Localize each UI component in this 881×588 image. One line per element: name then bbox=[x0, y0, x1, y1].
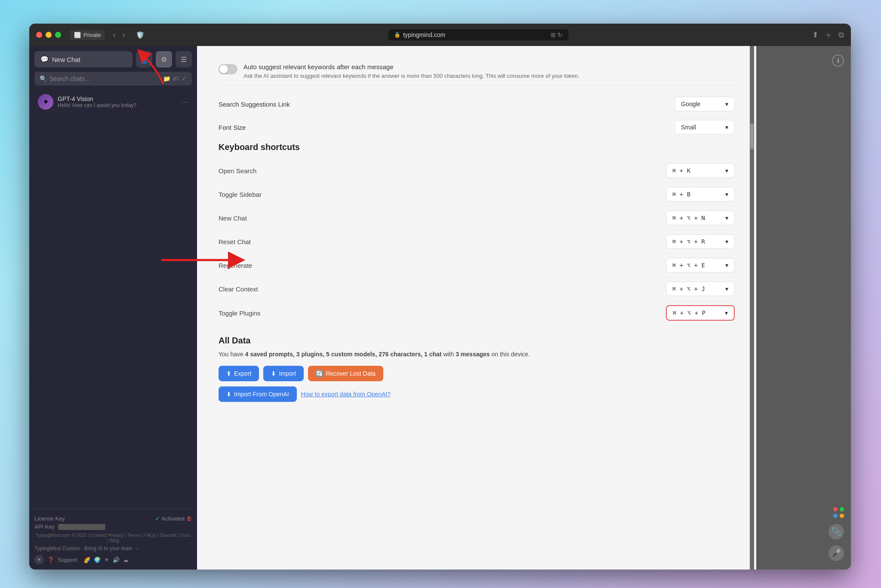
api-label: API Key bbox=[34, 524, 55, 530]
chevron-icon-7: ▾ bbox=[725, 309, 728, 316]
sound-icon: 🔊 bbox=[113, 557, 120, 563]
chevron-icon: ▾ bbox=[725, 167, 728, 174]
license-label: License Key bbox=[34, 515, 65, 522]
minimize-button[interactable] bbox=[46, 32, 52, 38]
dot-red bbox=[833, 507, 838, 511]
close-button[interactable] bbox=[36, 32, 42, 38]
search-suggestions-label: Search Suggestions Link bbox=[219, 101, 290, 108]
shortcut-select-open-search[interactable]: ⌘ + K ▾ bbox=[666, 163, 735, 178]
toggle-knob bbox=[219, 65, 228, 74]
data-messages: 3 messages bbox=[456, 351, 490, 358]
right-bottom-icons: 📎 🎤 bbox=[829, 507, 844, 561]
shortcut-key-reset-chat: ⌘ + ⌥ + R bbox=[672, 238, 705, 245]
openai-icon: ⬇ bbox=[226, 391, 231, 398]
share-icon[interactable]: ⬆ bbox=[812, 30, 819, 40]
browser-tab[interactable]: ⬜ Private bbox=[70, 30, 105, 40]
license-row: License Key ✓ Activated 🗑 bbox=[34, 514, 192, 524]
recover-button[interactable]: 🔄 Recover Lost Data bbox=[308, 366, 383, 381]
new-tab-icon[interactable]: ＋ bbox=[825, 30, 832, 40]
support-label: Support bbox=[58, 557, 77, 563]
font-size-value: Small bbox=[681, 124, 696, 131]
export-label: Export bbox=[234, 370, 251, 377]
cloud-icon: ☁ bbox=[123, 557, 129, 563]
scrollbar-thumb[interactable] bbox=[750, 123, 754, 149]
import-icon: ⬇ bbox=[271, 370, 276, 377]
address-bar-container: 🔒 typingmind.com ⊞ ↻ bbox=[150, 29, 807, 40]
back-button[interactable]: ‹ bbox=[110, 30, 118, 40]
shortcut-toggle-plugins: Toggle Plugins ⌘ + ⌥ + P ▾ bbox=[219, 301, 735, 325]
address-bar[interactable]: 🔒 typingmind.com ⊞ ↻ bbox=[388, 29, 569, 40]
right-panel: ℹ 📎 🎤 bbox=[756, 46, 851, 570]
app-grid-icon[interactable] bbox=[833, 507, 844, 518]
delete-icon[interactable]: 🗑 bbox=[186, 515, 192, 522]
all-data-section: All Data You have 4 saved prompts, 3 plu… bbox=[219, 336, 735, 402]
font-size-select[interactable]: Small ▾ bbox=[675, 120, 735, 135]
chat-icon: 💬 bbox=[40, 55, 49, 63]
footer-text: TypingMind.com © 2023 | Contact Privacy … bbox=[36, 533, 191, 543]
shortcut-label-toggle-sidebar: Toggle Sidebar bbox=[219, 191, 262, 198]
flag2-icon: 🌍 bbox=[94, 557, 101, 563]
chevron-icon-5: ▾ bbox=[725, 262, 728, 269]
chevron-down-icon: ▾ bbox=[725, 101, 728, 107]
browser-window: ⬜ Private ‹ › 🛡️ 🔒 typingmind.com ⊞ ↻ ⬆ … bbox=[29, 24, 851, 570]
keyboard-shortcuts-section: Keyboard shortcuts Open Search ⌘ + K ▾ T… bbox=[219, 142, 735, 325]
lock-icon: 🔒 bbox=[394, 32, 400, 38]
tab-icon: ⬜ bbox=[74, 32, 81, 38]
all-data-title: All Data bbox=[219, 336, 735, 346]
voice-button[interactable]: 🎤 bbox=[829, 545, 844, 561]
shortcut-select-toggle-sidebar[interactable]: ⌘ + B ▾ bbox=[666, 187, 735, 202]
maximize-button[interactable] bbox=[55, 32, 61, 38]
search-suggestions-select[interactable]: Google ▾ bbox=[675, 97, 735, 111]
shortcut-select-regenerate[interactable]: ⌘ + ⌥ + E ▾ bbox=[666, 258, 735, 273]
sidebar-bottom: License Key ✓ Activated 🗑 API Key Typing… bbox=[34, 509, 192, 564]
chat-item[interactable]: ✦ GPT-4 Vision Hello! How can I assist y… bbox=[34, 90, 192, 114]
new-chat-button[interactable]: 💬 New Chat bbox=[34, 51, 132, 67]
flag-icon: 🌈 bbox=[83, 557, 90, 563]
shortcut-toggle-sidebar: Toggle Sidebar ⌘ + B ▾ bbox=[219, 183, 735, 206]
font-size-label: Font Size bbox=[219, 124, 246, 131]
auto-suggest-title: Auto suggest relevant keywords after eac… bbox=[243, 63, 579, 70]
import-openai-button[interactable]: ⬇ Import From OpenAI bbox=[219, 386, 297, 402]
data-description: You have 4 saved prompts, 3 plugins, 5 c… bbox=[219, 350, 735, 359]
shortcut-label-toggle-plugins: Toggle Plugins bbox=[219, 309, 261, 317]
chat-preview: Hello! How can I assist you today? bbox=[58, 102, 176, 108]
collapse-button[interactable]: ▼ bbox=[34, 555, 44, 564]
tab-area: ⬜ Private ‹ › bbox=[70, 30, 127, 40]
main-area: 💬 New Chat 👤 ⚙ ☰ 🔍 Search chats... 📁 bbox=[29, 46, 851, 570]
info-button[interactable]: ℹ bbox=[832, 55, 844, 67]
annotation-arrow-1 bbox=[129, 45, 185, 88]
api-key-masked bbox=[58, 524, 105, 530]
export-button[interactable]: ⬆ Export bbox=[219, 366, 259, 381]
title-bar: ⬜ Private ‹ › 🛡️ 🔒 typingmind.com ⊞ ↻ ⬆ … bbox=[29, 24, 851, 46]
import-button[interactable]: ⬇ Import bbox=[263, 366, 304, 381]
dot-blue bbox=[833, 514, 838, 518]
shortcut-select-new-chat[interactable]: ⌘ + ⌥ + N ▾ bbox=[666, 211, 735, 225]
scrollbar-track bbox=[750, 46, 754, 570]
shortcut-key-toggle-plugins: ⌘ + ⌥ + P bbox=[673, 309, 705, 316]
attach-button[interactable]: 📎 bbox=[829, 524, 844, 539]
annotation-arrow-2 bbox=[157, 243, 260, 277]
traffic-lights bbox=[36, 32, 61, 38]
settings-panel: Auto suggest relevant keywords after eac… bbox=[197, 46, 756, 570]
data-action-buttons: ⬆ Export ⬇ Import 🔄 Recover Lost Data bbox=[219, 366, 735, 381]
toolbar-right: ⬆ ＋ ⧉ bbox=[812, 30, 844, 40]
shortcut-label-clear-context: Clear Context bbox=[219, 285, 258, 293]
dot-green bbox=[840, 507, 844, 511]
shortcut-select-reset-chat[interactable]: ⌘ + ⌥ + R ▾ bbox=[666, 234, 735, 249]
promo-text: TypingMind Custom · Bring AI to your tea… bbox=[34, 545, 139, 551]
shortcut-key-new-chat: ⌘ + ⌥ + N bbox=[672, 214, 705, 221]
chat-list: ✦ GPT-4 Vision Hello! How can I assist y… bbox=[34, 90, 192, 505]
tab-overview-icon[interactable]: ⧉ bbox=[838, 31, 844, 40]
shortcut-select-toggle-plugins[interactable]: ⌘ + ⌥ + P ▾ bbox=[666, 305, 735, 321]
search-suggestions-row: Search Suggestions Link Google ▾ bbox=[219, 92, 735, 116]
keyboard-shortcuts-title: Keyboard shortcuts bbox=[219, 142, 735, 152]
openai-help-link[interactable]: How to export data from OpenAI? bbox=[301, 391, 391, 398]
font-size-row: Font Size Small ▾ bbox=[219, 116, 735, 139]
auto-suggest-toggle[interactable] bbox=[219, 64, 237, 74]
activated-text: Activated bbox=[162, 515, 185, 522]
shortcut-select-clear-context[interactable]: ⌘ + ⌥ + J ▾ bbox=[666, 282, 735, 296]
shortcut-label-new-chat: New Chat bbox=[219, 214, 247, 222]
chat-more-button[interactable]: ⋯ bbox=[181, 97, 188, 107]
info-icon: ℹ bbox=[837, 57, 839, 64]
forward-button[interactable]: › bbox=[120, 30, 127, 40]
